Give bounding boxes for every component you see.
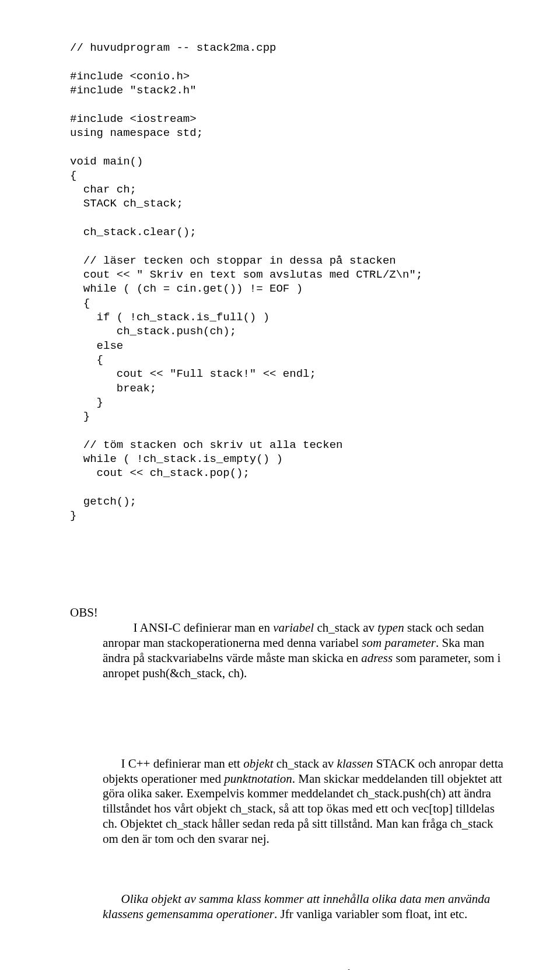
text: . Jfr vanliga variabler som float, int e… — [274, 907, 467, 921]
text-italic: adress — [361, 651, 393, 665]
paragraph-1: OBS! I ANSI-C definierar man en variabel… — [70, 576, 505, 726]
text-italic: punktnotation — [224, 772, 292, 786]
text: I ANSI-C definierar man en — [134, 621, 274, 635]
text-italic: objekt — [243, 757, 273, 771]
text: ch_stack av — [314, 621, 377, 635]
code-block: // huvudprogram -- stack2ma.cpp #include… — [70, 41, 505, 523]
text-italic: typen — [377, 621, 404, 635]
obs-label: OBS! — [70, 605, 103, 621]
text: I C++ har man infört namespaces för att … — [103, 968, 498, 970]
paragraph-4: I C++ har man infört namespaces för att … — [70, 953, 505, 970]
text-italic: variabel — [273, 621, 314, 635]
text-italic: som parameter — [362, 636, 436, 650]
text: I C++ definierar man ett — [121, 757, 244, 771]
text: ch_stack av — [274, 757, 337, 771]
paragraph-2: I C++ definierar man ett objekt ch_stack… — [70, 741, 505, 862]
prose-section: OBS! I ANSI-C definierar man en variabel… — [70, 576, 505, 970]
text-italic: klassen — [337, 757, 373, 771]
document-page: // huvudprogram -- stack2ma.cpp #include… — [0, 0, 560, 970]
paragraph-3: Olika objekt av samma klass kommer att i… — [70, 877, 505, 937]
